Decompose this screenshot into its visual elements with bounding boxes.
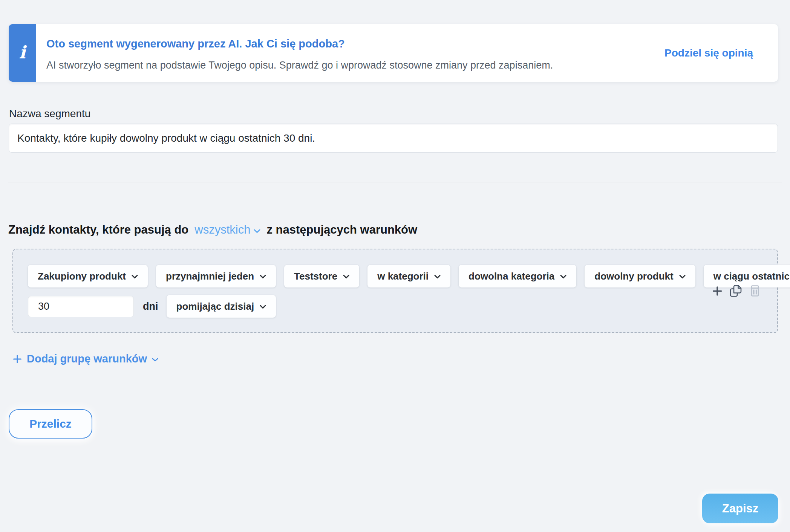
chevron-down-icon (260, 305, 266, 309)
dropdown-value: pomijając dzisiaj (176, 301, 254, 312)
product-dropdown[interactable]: dowolny produkt (585, 265, 695, 287)
divider (8, 455, 782, 455)
save-button[interactable]: Zapisz (702, 494, 778, 523)
delete-condition-button[interactable] (749, 285, 761, 297)
info-icon: i (19, 44, 25, 61)
match-type-value: wszystkich (194, 223, 250, 237)
info-banner-accent: i (9, 24, 36, 82)
dropdown-value: dowolna kategoria (468, 271, 554, 282)
plus-icon (712, 286, 723, 296)
divider (8, 182, 782, 182)
banner-title: Oto segment wygenerowany przez AI. Jak C… (46, 38, 664, 50)
condition-row-1: Zakupiony produkt przynajmniej jeden Tes… (28, 265, 717, 287)
condition-tools (712, 284, 761, 298)
dropdown-value: przynajmniej jeden (166, 271, 254, 282)
ai-info-banner: i Oto segment wygenerowany przez AI. Jak… (9, 24, 778, 82)
plus-icon (13, 355, 22, 364)
segment-name-label: Nazwa segmentu (9, 108, 90, 120)
condition-group: Zakupiony produkt przynajmniej jeden Tes… (12, 249, 778, 333)
chevron-down-icon (260, 275, 266, 279)
category-mode-dropdown[interactable]: w kategorii (367, 265, 450, 287)
dropdown-value: Zakupiony produkt (38, 271, 126, 282)
day-offset-dropdown[interactable]: pomijając dzisiaj (167, 295, 276, 318)
days-unit-label: dni (143, 301, 158, 312)
chevron-down-icon (560, 275, 566, 279)
duplicate-icon (730, 284, 742, 298)
heading-suffix: z następujących warunków (266, 223, 417, 237)
conditions-heading: Znajdź kontakty, które pasują do wszystk… (8, 223, 417, 237)
segment-name-input[interactable] (9, 124, 778, 153)
chevron-down-icon (132, 275, 138, 279)
add-condition-group-button[interactable]: Dodaj grupę warunków (13, 353, 158, 365)
dropdown-value: dowolny produkt (594, 271, 673, 282)
dropdown-value: w ciągu ostatnich N (713, 271, 790, 282)
chevron-down-icon (254, 229, 260, 233)
duplicate-condition-button[interactable] (730, 284, 742, 298)
share-feedback-link[interactable]: Podziel się opinią (664, 47, 753, 59)
banner-link-wrap: Podziel się opinią (664, 24, 778, 82)
quantity-dropdown[interactable]: przynajmniej jeden (156, 265, 276, 287)
dropdown-value: Teststore (294, 271, 337, 282)
trash-icon (749, 285, 761, 297)
match-type-dropdown[interactable]: wszystkich (194, 223, 260, 237)
chevron-down-icon (679, 275, 686, 279)
condition-row-2: dni pomijając dzisiaj (28, 295, 717, 318)
chevron-down-icon (343, 275, 349, 279)
store-dropdown[interactable]: Teststore (284, 265, 359, 287)
chevron-down-icon (152, 358, 158, 362)
add-group-label: Dodaj grupę warunków (27, 353, 147, 365)
days-count-input[interactable] (28, 296, 134, 317)
info-banner-body: Oto segment wygenerowany przez AI. Jak C… (36, 24, 664, 82)
purchased-product-dropdown[interactable]: Zakupiony produkt (28, 265, 148, 287)
divider (8, 392, 782, 392)
recalculate-button[interactable]: Przelicz (9, 409, 92, 439)
heading-prefix: Znajdź kontakty, które pasują do (8, 223, 188, 237)
banner-subtitle: AI stworzyło segment na podstawie Twojeg… (46, 59, 664, 71)
add-condition-button[interactable] (712, 286, 723, 296)
chevron-down-icon (434, 275, 441, 279)
category-dropdown[interactable]: dowolna kategoria (459, 265, 576, 287)
dropdown-value: w kategorii (377, 271, 429, 282)
